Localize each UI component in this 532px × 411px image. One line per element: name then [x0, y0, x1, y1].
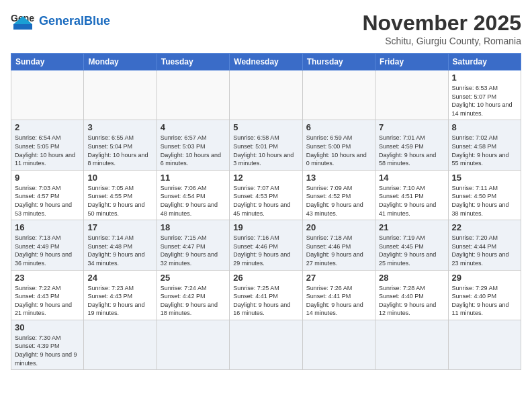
day-number: 11	[161, 173, 226, 183]
table-row: 13Sunrise: 7:09 AM Sunset: 4:52 PM Dayli…	[302, 170, 375, 220]
day-number: 12	[233, 173, 298, 183]
day-info: Sunrise: 7:02 AM Sunset: 4:58 PM Dayligh…	[452, 134, 517, 167]
day-number: 4	[161, 122, 226, 132]
logo-blue: Blue	[84, 14, 110, 28]
day-number: 15	[452, 173, 517, 183]
day-info: Sunrise: 7:07 AM Sunset: 4:53 PM Dayligh…	[233, 184, 298, 218]
day-number: 24	[87, 273, 152, 283]
col-wednesday: Wednesday	[230, 54, 302, 71]
day-info: Sunrise: 7:23 AM Sunset: 4:43 PM Dayligh…	[87, 284, 152, 318]
day-info: Sunrise: 7:01 AM Sunset: 4:59 PM Dayligh…	[379, 134, 444, 167]
day-info: Sunrise: 7:16 AM Sunset: 4:46 PM Dayligh…	[233, 234, 298, 267]
table-row: 4Sunrise: 6:57 AM Sunset: 5:03 PM Daylig…	[157, 120, 229, 170]
day-info: Sunrise: 6:54 AM Sunset: 5:05 PM Dayligh…	[15, 134, 80, 167]
day-number: 5	[233, 122, 298, 132]
day-info: Sunrise: 6:55 AM Sunset: 5:04 PM Dayligh…	[87, 134, 152, 167]
table-row: 24Sunrise: 7:23 AM Sunset: 4:43 PM Dayli…	[84, 270, 157, 320]
table-row: 3Sunrise: 6:55 AM Sunset: 5:04 PM Daylig…	[84, 120, 157, 170]
month-title: November 2025	[362, 11, 521, 36]
table-row: 16Sunrise: 7:13 AM Sunset: 4:49 PM Dayli…	[11, 220, 84, 270]
table-row	[157, 320, 229, 369]
table-row: 14Sunrise: 7:10 AM Sunset: 4:51 PM Dayli…	[375, 170, 448, 220]
calendar-week-row: 16Sunrise: 7:13 AM Sunset: 4:49 PM Dayli…	[11, 220, 521, 270]
col-tuesday: Tuesday	[157, 54, 229, 71]
title-section: November 2025 Schitu, Giurgiu County, Ro…	[362, 11, 521, 46]
calendar-week-row: 23Sunrise: 7:22 AM Sunset: 4:43 PM Dayli…	[11, 270, 521, 320]
table-row	[230, 320, 302, 369]
header: General GeneralBlue November 2025 Schitu…	[11, 11, 521, 46]
table-row: 29Sunrise: 7:29 AM Sunset: 4:40 PM Dayli…	[448, 270, 521, 320]
table-row	[375, 320, 448, 369]
day-info: Sunrise: 6:53 AM Sunset: 5:07 PM Dayligh…	[452, 84, 517, 118]
day-number: 27	[306, 273, 371, 283]
day-info: Sunrise: 6:58 AM Sunset: 5:01 PM Dayligh…	[233, 134, 298, 167]
day-info: Sunrise: 7:11 AM Sunset: 4:50 PM Dayligh…	[452, 184, 517, 218]
day-info: Sunrise: 7:20 AM Sunset: 4:44 PM Dayligh…	[452, 234, 517, 267]
day-number: 16	[15, 222, 80, 232]
col-sunday: Sunday	[11, 54, 84, 71]
day-info: Sunrise: 7:28 AM Sunset: 4:40 PM Dayligh…	[379, 284, 444, 318]
table-row: 26Sunrise: 7:25 AM Sunset: 4:41 PM Dayli…	[230, 270, 302, 320]
day-number: 21	[379, 222, 444, 232]
table-row	[302, 71, 375, 120]
table-row: 30Sunrise: 7:30 AM Sunset: 4:39 PM Dayli…	[11, 320, 84, 369]
table-row: 22Sunrise: 7:20 AM Sunset: 4:44 PM Dayli…	[448, 220, 521, 270]
table-row	[375, 71, 448, 120]
day-info: Sunrise: 7:15 AM Sunset: 4:47 PM Dayligh…	[161, 234, 226, 267]
table-row: 18Sunrise: 7:15 AM Sunset: 4:47 PM Dayli…	[157, 220, 229, 270]
day-number: 25	[161, 273, 226, 283]
logo-text: GeneralBlue	[39, 15, 110, 27]
location: Schitu, Giurgiu County, Romania	[362, 36, 521, 46]
day-info: Sunrise: 6:59 AM Sunset: 5:00 PM Dayligh…	[306, 134, 371, 167]
day-info: Sunrise: 7:03 AM Sunset: 4:57 PM Dayligh…	[15, 184, 80, 218]
table-row: 9Sunrise: 7:03 AM Sunset: 4:57 PM Daylig…	[11, 170, 84, 220]
day-number: 13	[306, 173, 371, 183]
day-info: Sunrise: 7:26 AM Sunset: 4:41 PM Dayligh…	[306, 284, 371, 318]
table-row: 25Sunrise: 7:24 AM Sunset: 4:42 PM Dayli…	[157, 270, 229, 320]
col-friday: Friday	[375, 54, 448, 71]
day-info: Sunrise: 7:10 AM Sunset: 4:51 PM Dayligh…	[379, 184, 444, 218]
table-row: 8Sunrise: 7:02 AM Sunset: 4:58 PM Daylig…	[448, 120, 521, 170]
calendar-page: General GeneralBlue November 2025 Schitu…	[0, 0, 532, 377]
day-number: 18	[161, 222, 226, 232]
day-info: Sunrise: 7:09 AM Sunset: 4:52 PM Dayligh…	[306, 184, 371, 218]
table-row	[448, 320, 521, 369]
table-row: 1Sunrise: 6:53 AM Sunset: 5:07 PM Daylig…	[448, 71, 521, 120]
table-row: 23Sunrise: 7:22 AM Sunset: 4:43 PM Dayli…	[11, 270, 84, 320]
logo-general: General	[39, 14, 84, 28]
table-row	[11, 71, 84, 120]
day-info: Sunrise: 7:25 AM Sunset: 4:41 PM Dayligh…	[233, 284, 298, 318]
calendar-header-row: Sunday Monday Tuesday Wednesday Thursday…	[11, 54, 521, 71]
day-info: Sunrise: 6:57 AM Sunset: 5:03 PM Dayligh…	[161, 134, 226, 167]
day-info: Sunrise: 7:29 AM Sunset: 4:40 PM Dayligh…	[452, 284, 517, 318]
col-monday: Monday	[84, 54, 157, 71]
table-row: 6Sunrise: 6:59 AM Sunset: 5:00 PM Daylig…	[302, 120, 375, 170]
day-number: 30	[15, 322, 80, 332]
day-number: 14	[379, 173, 444, 183]
day-info: Sunrise: 7:18 AM Sunset: 4:46 PM Dayligh…	[306, 234, 371, 267]
table-row: 20Sunrise: 7:18 AM Sunset: 4:46 PM Dayli…	[302, 220, 375, 270]
table-row: 15Sunrise: 7:11 AM Sunset: 4:50 PM Dayli…	[448, 170, 521, 220]
col-saturday: Saturday	[448, 54, 521, 71]
day-number: 19	[233, 222, 298, 232]
day-number: 28	[379, 273, 444, 283]
day-number: 1	[452, 73, 517, 83]
day-info: Sunrise: 7:22 AM Sunset: 4:43 PM Dayligh…	[15, 284, 80, 318]
table-row	[84, 320, 157, 369]
day-info: Sunrise: 7:30 AM Sunset: 4:39 PM Dayligh…	[15, 334, 80, 367]
day-info: Sunrise: 7:13 AM Sunset: 4:49 PM Dayligh…	[15, 234, 80, 267]
day-number: 6	[306, 122, 371, 132]
table-row	[157, 71, 229, 120]
table-row	[230, 71, 302, 120]
day-number: 22	[452, 222, 517, 232]
table-row: 28Sunrise: 7:28 AM Sunset: 4:40 PM Dayli…	[375, 270, 448, 320]
day-number: 3	[87, 122, 152, 132]
day-info: Sunrise: 7:05 AM Sunset: 4:55 PM Dayligh…	[87, 184, 152, 218]
calendar-week-row: 30Sunrise: 7:30 AM Sunset: 4:39 PM Dayli…	[11, 320, 521, 369]
table-row: 17Sunrise: 7:14 AM Sunset: 4:48 PM Dayli…	[84, 220, 157, 270]
day-info: Sunrise: 7:14 AM Sunset: 4:48 PM Dayligh…	[87, 234, 152, 267]
table-row: 27Sunrise: 7:26 AM Sunset: 4:41 PM Dayli…	[302, 270, 375, 320]
table-row: 2Sunrise: 6:54 AM Sunset: 5:05 PM Daylig…	[11, 120, 84, 170]
table-row	[302, 320, 375, 369]
day-number: 23	[15, 273, 80, 283]
